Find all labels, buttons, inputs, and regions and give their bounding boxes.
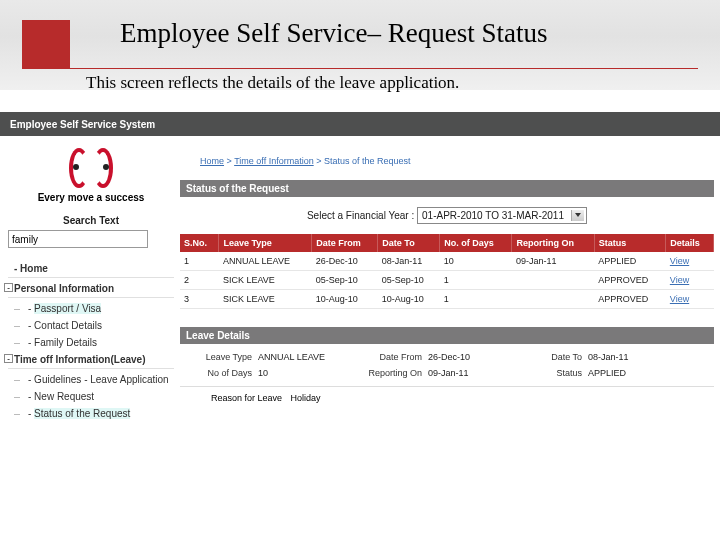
breadcrumb-home[interactable]: Home	[200, 156, 224, 166]
slide-accent-line	[22, 68, 698, 69]
ld-val-leavetype: ANNUAL LEAVE	[258, 352, 358, 362]
breadcrumb-timeoff[interactable]: Time off Information	[234, 156, 314, 166]
ld-lbl-dateto: Date To	[528, 352, 588, 362]
tree-personal-info[interactable]: - Personal Information	[8, 280, 174, 298]
table-row: 1 ANNUAL LEAVE 26-Dec-10 08-Jan-11 10 09…	[180, 252, 714, 271]
app-window: Employee Self Service System Every move …	[0, 112, 720, 540]
breadcrumb-current: Status of the Request	[324, 156, 411, 166]
fy-select[interactable]: 01-APR-2010 TO 31-MAR-2011	[417, 207, 587, 224]
tree-guidelines[interactable]: - Guidelines - Leave Application	[8, 371, 174, 388]
app-header: Employee Self Service System	[0, 112, 720, 136]
ld-lbl-datefrom: Date From	[358, 352, 428, 362]
view-link[interactable]: View	[666, 290, 714, 309]
ld-val-dateto: 08-Jan-11	[588, 352, 678, 362]
view-link[interactable]: View	[666, 252, 714, 271]
section-status-header: Status of the Request	[180, 180, 714, 197]
ld-lbl-reason: Reason for Leave	[188, 393, 288, 403]
request-table: S.No. Leave Type Date From Date To No. o…	[180, 234, 714, 309]
ld-lbl-status: Status	[528, 368, 588, 378]
chevron-down-icon	[575, 213, 581, 217]
table-row: 2 SICK LEAVE 05-Sep-10 05-Sep-10 1 APPRO…	[180, 271, 714, 290]
leave-details-grid: Leave Type ANNUAL LEAVE Date From 26-Dec…	[180, 344, 714, 386]
tree-home[interactable]: - Home	[8, 260, 174, 278]
col-sno: S.No.	[180, 234, 219, 252]
col-reporting: Reporting On	[512, 234, 594, 252]
ld-lbl-days: No of Days	[188, 368, 258, 378]
col-status: Status	[594, 234, 666, 252]
collapse-icon[interactable]: -	[4, 354, 13, 363]
tree-new-request[interactable]: - New Request	[8, 388, 174, 405]
tree-status-request[interactable]: - Status of the Request	[8, 405, 174, 422]
slide-accent-square	[22, 20, 70, 68]
ld-val-reason: Holiday	[291, 393, 321, 403]
ld-val-status: APPLIED	[588, 368, 678, 378]
nav-tree: - Home - Personal Information - Passport…	[8, 260, 174, 422]
main-content: Home > Time off Information > Status of …	[180, 136, 720, 540]
breadcrumb: Home > Time off Information > Status of …	[180, 136, 714, 180]
tree-family-details[interactable]: - Family Details	[8, 334, 174, 351]
col-date-to: Date To	[378, 234, 440, 252]
slide-subtitle: This screen reflects the details of the …	[86, 73, 459, 93]
logo	[69, 148, 113, 188]
col-days: No. of Days	[440, 234, 512, 252]
ld-val-days: 10	[258, 368, 358, 378]
col-leave-type: Leave Type	[219, 234, 312, 252]
ld-val-reporting: 09-Jan-11	[428, 368, 528, 378]
search-input[interactable]	[8, 230, 148, 248]
col-date-from: Date From	[312, 234, 378, 252]
tree-passport-visa[interactable]: - Passport / Visa	[8, 300, 174, 317]
tree-contact-details[interactable]: - Contact Details	[8, 317, 174, 334]
leave-details-header: Leave Details	[180, 327, 714, 344]
reason-row: Reason for Leave Holiday	[180, 386, 714, 409]
tree-time-off[interactable]: - Time off Information(Leave)	[8, 351, 174, 369]
ld-lbl-reporting: Reporting On	[358, 368, 428, 378]
ld-lbl-leavetype: Leave Type	[188, 352, 258, 362]
table-row: 3 SICK LEAVE 10-Aug-10 10-Aug-10 1 APPRO…	[180, 290, 714, 309]
col-details: Details	[666, 234, 714, 252]
ld-val-datefrom: 26-Dec-10	[428, 352, 528, 362]
fy-label: Select a Financial Year :	[307, 210, 414, 221]
tagline: Every move a success	[8, 192, 174, 203]
sidebar: Every move a success Search Text - Home …	[0, 136, 180, 540]
slide-title: Employee Self Service– Request Status	[120, 18, 547, 49]
view-link[interactable]: View	[666, 271, 714, 290]
collapse-icon[interactable]: -	[4, 283, 13, 292]
search-label: Search Text	[8, 215, 174, 226]
